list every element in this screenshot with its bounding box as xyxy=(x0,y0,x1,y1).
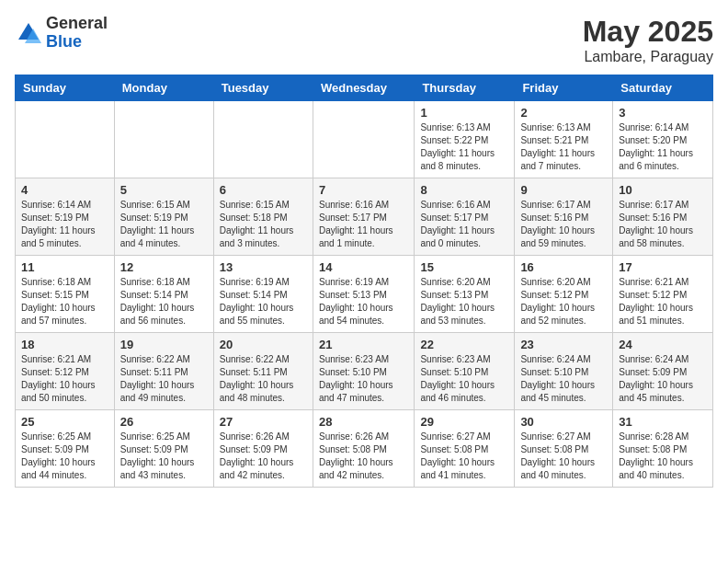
calendar-cell: 9Sunrise: 6:17 AM Sunset: 5:16 PM Daylig… xyxy=(515,178,613,256)
calendar-cell: 18Sunrise: 6:21 AM Sunset: 5:12 PM Dayli… xyxy=(16,333,115,410)
day-info: Sunrise: 6:21 AM Sunset: 5:12 PM Dayligh… xyxy=(21,353,108,405)
calendar-body: 1Sunrise: 6:13 AM Sunset: 5:22 PM Daylig… xyxy=(16,101,713,488)
calendar-cell: 29Sunrise: 6:27 AM Sunset: 5:08 PM Dayli… xyxy=(415,410,515,488)
day-number: 20 xyxy=(220,338,307,351)
calendar-cell: 28Sunrise: 6:26 AM Sunset: 5:08 PM Dayli… xyxy=(313,410,414,488)
day-info: Sunrise: 6:24 AM Sunset: 5:10 PM Dayligh… xyxy=(520,353,607,405)
day-info: Sunrise: 6:26 AM Sunset: 5:09 PM Dayligh… xyxy=(220,431,307,482)
day-number: 21 xyxy=(319,338,408,351)
day-info: Sunrise: 6:18 AM Sunset: 5:15 PM Dayligh… xyxy=(21,276,108,327)
calendar-header: SundayMondayTuesdayWednesdayThursdayFrid… xyxy=(16,75,713,101)
calendar-cell: 23Sunrise: 6:24 AM Sunset: 5:10 PM Dayli… xyxy=(515,333,613,410)
day-number: 8 xyxy=(420,183,508,197)
day-number: 3 xyxy=(619,106,707,120)
weekday-header: Saturday xyxy=(613,75,713,101)
day-info: Sunrise: 6:23 AM Sunset: 5:10 PM Dayligh… xyxy=(319,353,408,405)
calendar-cell: 14Sunrise: 6:19 AM Sunset: 5:13 PM Dayli… xyxy=(313,256,414,333)
day-info: Sunrise: 6:24 AM Sunset: 5:09 PM Dayligh… xyxy=(619,353,707,405)
day-info: Sunrise: 6:25 AM Sunset: 5:09 PM Dayligh… xyxy=(21,431,108,482)
calendar-cell: 31Sunrise: 6:28 AM Sunset: 5:08 PM Dayli… xyxy=(613,410,713,488)
calendar-cell: 7Sunrise: 6:16 AM Sunset: 5:17 PM Daylig… xyxy=(313,178,414,256)
day-number: 18 xyxy=(21,338,108,351)
day-number: 6 xyxy=(220,183,307,197)
calendar-cell: 26Sunrise: 6:25 AM Sunset: 5:09 PM Dayli… xyxy=(114,410,213,488)
day-number: 30 xyxy=(520,415,607,429)
day-number: 16 xyxy=(520,260,607,274)
day-info: Sunrise: 6:25 AM Sunset: 5:09 PM Dayligh… xyxy=(120,431,208,482)
day-number: 1 xyxy=(420,106,508,120)
day-info: Sunrise: 6:17 AM Sunset: 5:16 PM Dayligh… xyxy=(619,199,707,250)
page-header: General Blue May 2025 Lambare, Paraguay xyxy=(15,15,713,65)
calendar-cell: 6Sunrise: 6:15 AM Sunset: 5:18 PM Daylig… xyxy=(213,178,313,256)
day-number: 2 xyxy=(520,106,607,120)
day-number: 19 xyxy=(120,338,208,351)
calendar-cell: 11Sunrise: 6:18 AM Sunset: 5:15 PM Dayli… xyxy=(16,256,115,333)
day-info: Sunrise: 6:16 AM Sunset: 5:17 PM Dayligh… xyxy=(420,199,508,250)
location-title: Lambare, Paraguay xyxy=(583,49,713,65)
day-number: 25 xyxy=(21,415,108,429)
calendar-cell: 30Sunrise: 6:27 AM Sunset: 5:08 PM Dayli… xyxy=(515,410,613,488)
day-number: 28 xyxy=(319,415,408,429)
day-number: 23 xyxy=(520,338,607,351)
day-info: Sunrise: 6:20 AM Sunset: 5:13 PM Dayligh… xyxy=(420,276,508,327)
day-number: 26 xyxy=(120,415,208,429)
day-info: Sunrise: 6:13 AM Sunset: 5:22 PM Dayligh… xyxy=(420,121,508,173)
day-info: Sunrise: 6:23 AM Sunset: 5:10 PM Dayligh… xyxy=(420,353,508,405)
calendar-week-row: 25Sunrise: 6:25 AM Sunset: 5:09 PM Dayli… xyxy=(16,410,713,488)
day-info: Sunrise: 6:22 AM Sunset: 5:11 PM Dayligh… xyxy=(220,353,307,405)
weekday-header: Sunday xyxy=(16,75,115,101)
day-info: Sunrise: 6:13 AM Sunset: 5:21 PM Dayligh… xyxy=(520,121,607,173)
weekday-row: SundayMondayTuesdayWednesdayThursdayFrid… xyxy=(16,75,713,101)
day-number: 7 xyxy=(319,183,408,197)
calendar-week-row: 11Sunrise: 6:18 AM Sunset: 5:15 PM Dayli… xyxy=(16,256,713,333)
calendar-cell: 20Sunrise: 6:22 AM Sunset: 5:11 PM Dayli… xyxy=(213,333,313,410)
calendar-cell: 12Sunrise: 6:18 AM Sunset: 5:14 PM Dayli… xyxy=(114,256,213,333)
calendar-cell xyxy=(16,101,115,178)
calendar-cell: 5Sunrise: 6:15 AM Sunset: 5:19 PM Daylig… xyxy=(114,178,213,256)
calendar-cell: 15Sunrise: 6:20 AM Sunset: 5:13 PM Dayli… xyxy=(415,256,515,333)
calendar-cell: 17Sunrise: 6:21 AM Sunset: 5:12 PM Dayli… xyxy=(613,256,713,333)
logo-icon xyxy=(15,19,42,47)
day-info: Sunrise: 6:14 AM Sunset: 5:20 PM Dayligh… xyxy=(619,121,707,173)
day-number: 5 xyxy=(120,183,208,197)
day-info: Sunrise: 6:20 AM Sunset: 5:12 PM Dayligh… xyxy=(520,276,607,327)
title-block: May 2025 Lambare, Paraguay xyxy=(583,15,713,65)
day-number: 17 xyxy=(619,260,707,274)
day-number: 13 xyxy=(220,260,307,274)
day-number: 14 xyxy=(319,260,408,274)
calendar-cell: 24Sunrise: 6:24 AM Sunset: 5:09 PM Dayli… xyxy=(613,333,713,410)
day-info: Sunrise: 6:27 AM Sunset: 5:08 PM Dayligh… xyxy=(520,431,607,482)
day-number: 24 xyxy=(619,338,707,351)
calendar-cell: 21Sunrise: 6:23 AM Sunset: 5:10 PM Dayli… xyxy=(313,333,414,410)
day-info: Sunrise: 6:21 AM Sunset: 5:12 PM Dayligh… xyxy=(619,276,707,327)
day-info: Sunrise: 6:27 AM Sunset: 5:08 PM Dayligh… xyxy=(420,431,508,482)
day-info: Sunrise: 6:14 AM Sunset: 5:19 PM Dayligh… xyxy=(21,199,108,250)
calendar-cell: 19Sunrise: 6:22 AM Sunset: 5:11 PM Dayli… xyxy=(114,333,213,410)
calendar-week-row: 1Sunrise: 6:13 AM Sunset: 5:22 PM Daylig… xyxy=(16,101,713,178)
calendar-cell: 1Sunrise: 6:13 AM Sunset: 5:22 PM Daylig… xyxy=(415,101,515,178)
day-number: 10 xyxy=(619,183,707,197)
day-info: Sunrise: 6:15 AM Sunset: 5:19 PM Dayligh… xyxy=(120,199,208,250)
logo-blue: Blue xyxy=(46,33,108,52)
day-number: 27 xyxy=(220,415,307,429)
day-info: Sunrise: 6:19 AM Sunset: 5:14 PM Dayligh… xyxy=(220,276,307,327)
day-number: 15 xyxy=(420,260,508,274)
calendar-cell: 25Sunrise: 6:25 AM Sunset: 5:09 PM Dayli… xyxy=(16,410,115,488)
weekday-header: Monday xyxy=(114,75,213,101)
calendar-table: SundayMondayTuesdayWednesdayThursdayFrid… xyxy=(15,75,713,488)
day-info: Sunrise: 6:17 AM Sunset: 5:16 PM Dayligh… xyxy=(520,199,607,250)
day-info: Sunrise: 6:28 AM Sunset: 5:08 PM Dayligh… xyxy=(619,431,707,482)
calendar-cell xyxy=(213,101,313,178)
calendar-cell: 27Sunrise: 6:26 AM Sunset: 5:09 PM Dayli… xyxy=(213,410,313,488)
calendar-cell: 13Sunrise: 6:19 AM Sunset: 5:14 PM Dayli… xyxy=(213,256,313,333)
weekday-header: Tuesday xyxy=(213,75,313,101)
calendar-cell: 10Sunrise: 6:17 AM Sunset: 5:16 PM Dayli… xyxy=(613,178,713,256)
day-info: Sunrise: 6:19 AM Sunset: 5:13 PM Dayligh… xyxy=(319,276,408,327)
calendar-cell: 22Sunrise: 6:23 AM Sunset: 5:10 PM Dayli… xyxy=(415,333,515,410)
calendar-week-row: 4Sunrise: 6:14 AM Sunset: 5:19 PM Daylig… xyxy=(16,178,713,256)
day-number: 11 xyxy=(21,260,108,274)
day-number: 4 xyxy=(21,183,108,197)
day-info: Sunrise: 6:22 AM Sunset: 5:11 PM Dayligh… xyxy=(120,353,208,405)
calendar-cell xyxy=(313,101,414,178)
weekday-header: Thursday xyxy=(415,75,515,101)
